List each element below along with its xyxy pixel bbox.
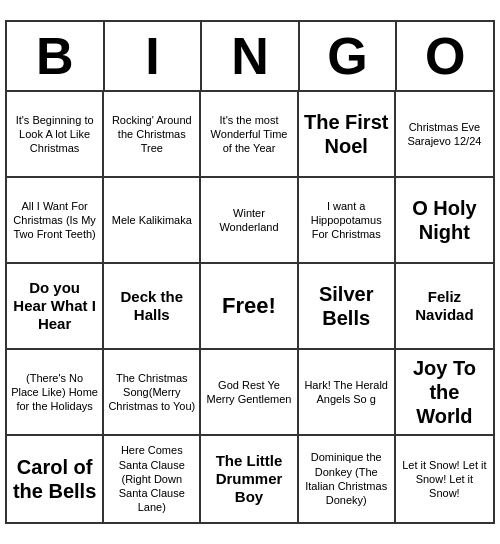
bingo-cell-5[interactable]: All I Want For Christmas (Is My Two Fron… [7,178,104,264]
bingo-card: BINGO It's Beginning to Look A lot Like … [5,20,495,524]
bingo-cell-19[interactable]: Joy To the World [396,350,493,436]
bingo-header: BINGO [7,22,493,92]
bingo-cell-21[interactable]: Here Comes Santa Clause (Right Down Sant… [104,436,201,522]
bingo-cell-22[interactable]: The Little Drummer Boy [201,436,298,522]
bingo-cell-17[interactable]: God Rest Ye Merry Gentlemen [201,350,298,436]
bingo-letter-n: N [202,22,300,90]
bingo-cell-4[interactable]: Christmas Eve Sarajevo 12/24 [396,92,493,178]
bingo-cell-2[interactable]: It's the most Wonderful Time of the Year [201,92,298,178]
bingo-cell-18[interactable]: Hark! The Herald Angels So g [299,350,396,436]
bingo-cell-20[interactable]: Carol of the Bells [7,436,104,522]
bingo-cell-6[interactable]: Mele Kalikimaka [104,178,201,264]
bingo-cell-16[interactable]: The Christmas Song(Merry Christmas to Yo… [104,350,201,436]
bingo-cell-14[interactable]: Feliz Navidad [396,264,493,350]
bingo-cell-23[interactable]: Dominique the Donkey (The Italian Christ… [299,436,396,522]
bingo-cell-8[interactable]: I want a Hippopotamus For Christmas [299,178,396,264]
bingo-letter-g: G [300,22,398,90]
bingo-cell-12[interactable]: Free! [201,264,298,350]
bingo-letter-i: I [105,22,203,90]
bingo-letter-o: O [397,22,493,90]
bingo-cell-24[interactable]: Let it Snow! Let it Snow! Let it Snow! [396,436,493,522]
bingo-cell-7[interactable]: Winter Wonderland [201,178,298,264]
bingo-cell-1[interactable]: Rocking' Around the Christmas Tree [104,92,201,178]
bingo-cell-11[interactable]: Deck the Halls [104,264,201,350]
bingo-cell-10[interactable]: Do you Hear What I Hear [7,264,104,350]
bingo-grid: It's Beginning to Look A lot Like Christ… [7,92,493,522]
bingo-cell-9[interactable]: O Holy Night [396,178,493,264]
bingo-cell-13[interactable]: Silver Bells [299,264,396,350]
bingo-cell-15[interactable]: (There's No Place Like) Home for the Hol… [7,350,104,436]
bingo-letter-b: B [7,22,105,90]
bingo-cell-3[interactable]: The First Noel [299,92,396,178]
bingo-cell-0[interactable]: It's Beginning to Look A lot Like Christ… [7,92,104,178]
